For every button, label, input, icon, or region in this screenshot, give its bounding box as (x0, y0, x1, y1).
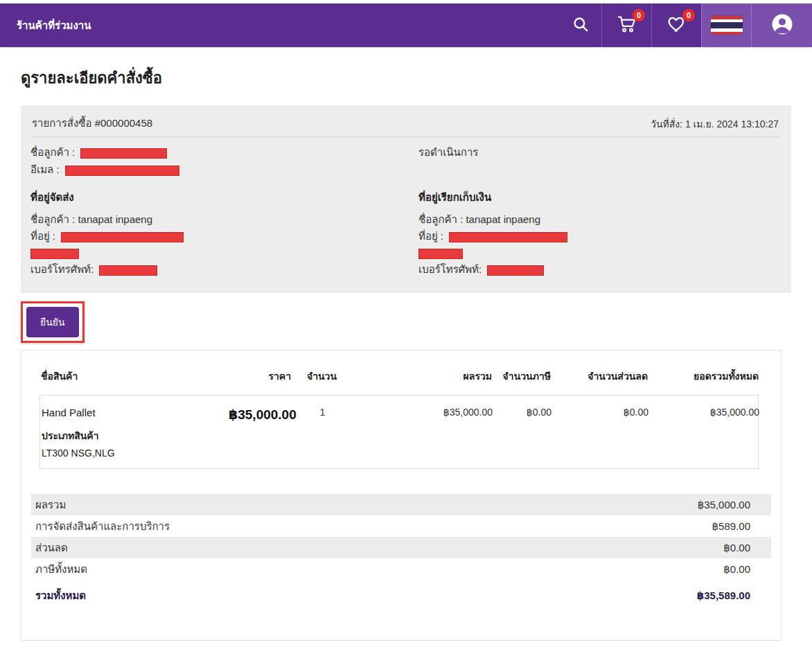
navbar: ร้านค้าที่ร่วมงาน 0 (0, 3, 812, 47)
table-row: Hand Pallet ประเภทสินค้า LT300 NSG,NLG ฿… (40, 407, 758, 459)
product-type-label: ประเภทสินค้า (42, 428, 226, 443)
shipping-address-line: ที่อยู่ : (30, 228, 418, 244)
wishlist-count-badge: 0 (682, 9, 695, 21)
summary-row-shipping: การจัดส่งสินค้าและการบริการ ฿589.00 (31, 515, 771, 537)
product-qty: 1 (293, 407, 352, 418)
billing-phone-label: เบอร์โทรศัพท์: (418, 263, 482, 275)
order-header-row: รายการสั่งซื้อ #000000458 วันที่สั่ง: 1 … (30, 112, 780, 137)
cart-button[interactable]: 0 (601, 3, 651, 47)
product-cell: Hand Pallet ประเภทสินค้า LT300 NSG,NLG (40, 407, 227, 459)
shipping-phone-line: เบอร์โทรศัพท์: (30, 261, 418, 277)
column-header-total: ยอดรวมทั้งหมด (649, 369, 760, 384)
summary-label: ส่วนลด (35, 542, 68, 553)
shipping-customer: ชื่อลูกค้า : tanapat inpaeng (30, 211, 418, 227)
search-icon (572, 15, 590, 36)
items-table-header: ชื่อสินค้า ราคา จำนวน ผลรวม จำนวนภาษี จำ… (39, 369, 759, 395)
column-header-price: ราคา (227, 369, 292, 384)
summary-value: ฿589.00 (712, 520, 750, 532)
addresses-row: ที่อยู่จัดส่ง ชื่อลูกค้า : tanapat inpae… (30, 178, 780, 278)
billing-address-title: ที่อยู่เรียกเก็บเงิน (418, 189, 780, 206)
shipping-address-line2 (30, 245, 418, 260)
product-name: Hand Pallet (42, 407, 226, 418)
summary-value: ฿0.00 (723, 563, 750, 575)
shipping-phone-redaction (99, 265, 157, 276)
thai-flag-icon (711, 16, 743, 35)
product-tax: ฿0.00 (494, 407, 553, 418)
confirm-button[interactable]: ยืนยัน (26, 307, 79, 337)
shipping-address-title: ที่อยู่จัดส่ง (30, 189, 418, 206)
account-icon (771, 13, 793, 38)
customer-name-line: ชื่อลูกค้า : (30, 144, 418, 160)
product-type-value: LT300 NSG,NLG (42, 447, 226, 459)
billing-address-line: ที่อยู่ : (418, 228, 780, 244)
billing-phone-redaction (487, 265, 544, 276)
order-info-panel: รายการสั่งซื้อ #000000458 วันที่สั่ง: 1 … (21, 105, 791, 293)
billing-address-redaction (449, 232, 567, 242)
billing-phone-line: เบอร์โทรศัพท์: (418, 261, 780, 277)
language-switch-button[interactable] (701, 3, 751, 47)
product-total: ฿35,000.00 (650, 407, 761, 418)
order-items-card: ชื่อสินค้า ราคา จำนวน ผลรวม จำนวนภาษี จำ… (21, 350, 782, 641)
shipping-phone-label: เบอร์โทรศัพท์: (30, 263, 94, 275)
billing-address-label: ที่อยู่ : (418, 230, 443, 242)
summary-value: ฿35,000.00 (698, 499, 750, 511)
shipping-address-redaction-2 (30, 249, 79, 259)
billing-address-line2 (418, 245, 780, 260)
billing-customer: ชื่อลูกค้า : tanapat inpaeng (418, 211, 780, 227)
grand-total-value: ฿35,589.00 (697, 590, 750, 602)
summary-label: การจัดส่งสินค้าและการบริการ (35, 520, 170, 532)
summary-row-discount: ส่วนลด ฿0.00 (31, 537, 771, 558)
shipping-address-redaction (61, 232, 184, 242)
order-date: วันที่สั่ง: 1 เม.ย. 2024 13:10:27 (651, 116, 779, 132)
annotation-highlight: ยืนยัน (21, 301, 85, 343)
order-summary: ผลรวม ฿35,000.00 การจัดส่งสินค้าและการบร… (31, 494, 771, 608)
shipping-address-label: ที่อยู่ : (30, 230, 55, 242)
customer-status-row: ชื่อลูกค้า : รอดำเนินการ (30, 143, 780, 161)
column-header-subtotal: ผลรวม (351, 369, 493, 384)
billing-address-redaction-2 (418, 249, 463, 259)
billing-address-block: ที่อยู่เรียกเก็บเงิน ชื่อลูกค้า : tanapa… (418, 178, 780, 278)
summary-label: ภาษีทั้งหมด (35, 563, 87, 575)
page-title: ดูรายละเอียดคำสั่งซื้อ (21, 66, 791, 90)
cart-count-badge: 0 (633, 9, 645, 21)
email-redaction (65, 166, 179, 176)
product-price: ฿35,000.00 (227, 407, 293, 423)
summary-label: ผลรวม (35, 499, 66, 511)
shipping-address-block: ที่อยู่จัดส่ง ชื่อลูกค้า : tanapat inpae… (30, 178, 418, 278)
order-number: รายการสั่งซื้อ #000000458 (32, 115, 152, 132)
customer-name-redaction (80, 148, 167, 159)
product-subtotal: ฿35,000.00 (352, 407, 494, 418)
account-button[interactable] (751, 3, 812, 47)
grand-total-label: รวมทั้งหมด (35, 587, 86, 604)
email-label: อีเมล : (30, 163, 60, 175)
customer-name-label: ชื่อลูกค้า : (30, 146, 75, 158)
items-table-body: Hand Pallet ประเภทสินค้า LT300 NSG,NLG ฿… (39, 395, 759, 469)
email-line: อีเมล : (30, 161, 780, 177)
navbar-actions: 0 0 (560, 3, 812, 47)
summary-value: ฿0.00 (723, 542, 750, 553)
order-status: รอดำเนินการ (418, 144, 780, 160)
product-discount: ฿0.00 (553, 407, 650, 418)
summary-grand-total-row: รวมทั้งหมด ฿35,589.00 (31, 580, 771, 608)
column-header-tax: จำนวนภาษี (493, 369, 552, 384)
column-header-qty: จำนวน (292, 369, 351, 384)
page-content: ดูรายละเอียดคำสั่งซื้อ รายการสั่งซื้อ #0… (0, 66, 812, 647)
summary-row-tax: ภาษีทั้งหมด ฿0.00 (31, 558, 771, 580)
wishlist-button[interactable]: 0 (651, 3, 701, 47)
brand-link[interactable]: ร้านค้าที่ร่วมงาน (17, 17, 91, 34)
column-header-discount: จำนวนส่วนลด (552, 369, 649, 384)
summary-row-subtotal: ผลรวม ฿35,000.00 (31, 494, 771, 515)
column-header-product: ชื่อสินค้า (39, 369, 227, 384)
search-button[interactable] (560, 3, 601, 47)
